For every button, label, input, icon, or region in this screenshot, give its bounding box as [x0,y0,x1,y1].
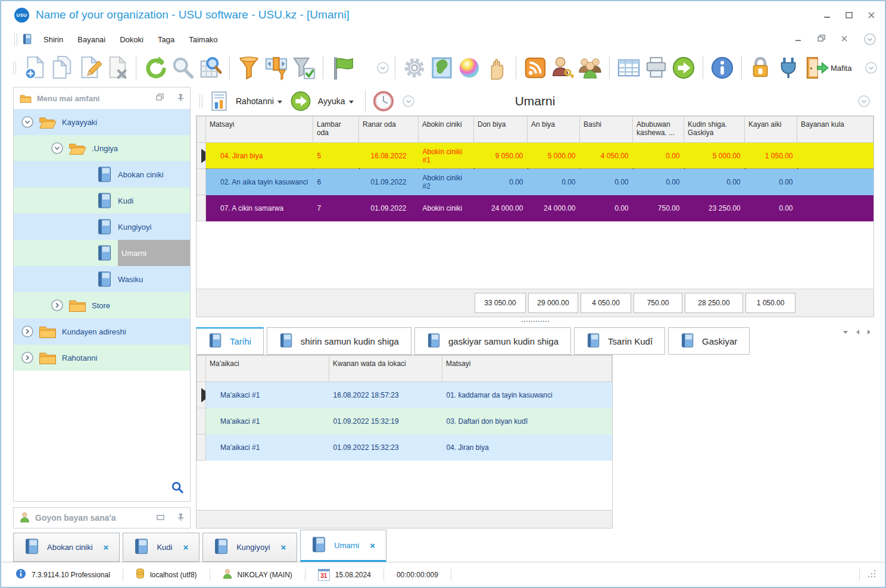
search-icon[interactable] [170,55,196,81]
mdi-minimize-button[interactable] [795,35,802,44]
tab-tsarin-kudi[interactable]: Tsarin Kudî [574,327,665,355]
support-minimize-icon[interactable] [157,513,165,523]
mdi-close-button[interactable] [841,35,848,44]
col-maaikaci[interactable]: Ma'aikaci [206,356,329,382]
tree-item-kayayyaki[interactable]: Kayayyaki [14,109,190,135]
tree-item-ungiya[interactable]: .Ungiya [14,135,190,161]
reports-icon[interactable] [208,90,230,112]
col-bashi[interactable]: Bashi [580,117,633,143]
hand-icon[interactable] [483,55,510,81]
tab-tarihi[interactable]: Tarihi [196,327,264,355]
tab-gaskiyar[interactable]: Gaskiyar [668,327,750,355]
resize-grip-icon[interactable] [867,569,876,580]
tree-item-abokan-ciniki[interactable]: Abokan ciniki [14,161,190,187]
rss-icon[interactable] [522,55,548,81]
col-abubuwan[interactable]: Abubuwan kashewa. ... [633,117,684,143]
tabs-scroll-left-icon[interactable] [856,330,859,334]
expand-icon[interactable] [51,299,64,312]
settings-gear-icon[interactable] [401,55,428,81]
col-matsayi[interactable]: Matsayi [206,117,313,143]
col-kayan-aiki[interactable]: Kayan aiki [745,117,797,143]
tree-restore-icon[interactable] [156,93,164,103]
new-order-icon[interactable] [21,55,48,81]
user-groups-icon[interactable] [577,55,603,81]
splitter-handle[interactable] [196,317,874,325]
menu-taga[interactable]: Taga [151,33,182,46]
tree-item-umarni[interactable]: Umarni [14,240,190,266]
tree-pin-icon[interactable] [177,93,184,103]
panel-right-chevron-icon[interactable] [857,95,871,108]
plug-icon[interactable] [775,55,801,81]
menu-dokoki[interactable]: Dokoki [113,33,151,46]
col-abokin-ciniki[interactable]: Abokin ciniki [419,117,474,143]
tree-item-kungiyoyi[interactable]: Kungiyoyi [14,214,190,240]
col-matsayi-hist[interactable]: Matsayi [442,356,612,382]
go-next-icon[interactable] [670,55,697,81]
support-pin-icon[interactable] [177,513,184,523]
minimize-button[interactable] [823,11,831,19]
toolbar-overflow-chevron-icon[interactable] [376,61,389,74]
maximize-button[interactable] [846,11,853,19]
table-row[interactable]: Ma'aikaci #1 16.08.2022 18:57:23 01. ƙad… [197,382,612,408]
collapse-icon[interactable] [51,142,64,155]
col-don-biya[interactable]: Don biya [474,117,528,143]
doctab-kudi[interactable]: Kudi × [123,533,199,562]
doctab-umarni[interactable]: Umarni × [300,530,386,562]
edit-icon[interactable] [76,55,102,81]
expand-icon[interactable] [21,325,34,338]
tree-item-kudi[interactable]: Kudi [14,187,190,214]
print-icon[interactable] [643,55,669,81]
tree-item-store[interactable]: Store [14,292,190,318]
actions-dropdown[interactable]: Ayyuka [318,96,345,106]
tree-item-rahotanni[interactable]: Rahotanni [14,345,190,371]
menu-bayanai[interactable]: Bayanai [70,33,113,46]
copy-icon[interactable] [49,55,75,81]
filter-columns-icon[interactable] [263,55,289,81]
collapse-icon[interactable] [21,115,34,129]
menu-shirin[interactable]: Shirin [36,33,70,46]
exit-door-icon[interactable] [803,55,829,81]
col-ranar-oda[interactable]: Ranar oda [359,117,419,143]
tab-shirin-samun-kudin-shiga[interactable]: shirin samun kudin shiga [267,327,411,355]
table-row[interactable]: 04. Jiran biya 5 16.08.2022 Abokin cinik… [197,143,873,169]
col-an-biya[interactable]: An biya [528,117,580,143]
col-kwanan-wata[interactable]: Kwanan wata da lokaci [329,356,442,382]
doctab-abokan-ciniki[interactable]: Abokan ciniki × [13,533,120,562]
menu-overflow-chevron-icon[interactable] [863,33,876,46]
close-button[interactable] [868,11,875,19]
close-tab-icon[interactable]: × [104,542,109,552]
table-row[interactable]: 02. An aika tayin kasuwanci 6 01.09.2022… [197,169,873,195]
table-row[interactable]: Ma'aikaci #1 01.09.2022 15:32:19 03. Daf… [197,408,612,434]
panel-overflow-chevron-icon[interactable] [402,95,415,108]
table-view-icon[interactable] [616,55,642,81]
info-icon[interactable] [709,55,735,81]
tree-search-icon[interactable] [171,481,184,496]
clock-icon[interactable] [372,89,395,113]
table-row[interactable]: Ma'aikaci #1 01.09.2022 15:32:23 04. Jir… [197,434,612,461]
reports-dropdown[interactable]: Rahotanni [236,96,274,106]
tree-item-wasiku[interactable]: Wasiku [14,266,190,292]
flag-icon[interactable] [329,55,355,81]
tabs-scroll-right-icon[interactable] [868,330,871,334]
colors-icon[interactable] [456,55,482,81]
delete-icon[interactable] [104,55,130,81]
col-kudin-shiga[interactable]: Kudin shiga. Gaskiya [684,117,745,143]
user-key-icon[interactable] [550,55,576,81]
col-bayanan-kula[interactable]: Bayanan kula [797,117,873,143]
lock-icon[interactable] [748,55,774,81]
advanced-search-icon[interactable] [197,55,223,81]
map-icon[interactable] [429,55,455,81]
close-tab-icon[interactable]: × [281,542,286,552]
col-lambar-oda[interactable]: Lambar oda [313,117,359,143]
toolbar-right-chevron-icon[interactable] [865,61,878,74]
filter-apply-icon[interactable] [291,55,317,81]
refresh-icon[interactable] [142,55,169,81]
actions-go-icon[interactable] [289,89,313,113]
close-tab-icon[interactable]: × [370,540,375,551]
menu-taimako[interactable]: Taimako [182,33,224,46]
calendar-icon[interactable]: 31 [318,569,330,581]
close-tab-icon[interactable]: × [183,542,188,552]
doctab-kungiyoyi[interactable]: Kungiyoyi × [202,533,297,562]
table-row[interactable]: 07. A cikin samarwa 7 01.09.2022 Abokin … [197,195,873,221]
expand-icon[interactable] [21,351,34,364]
